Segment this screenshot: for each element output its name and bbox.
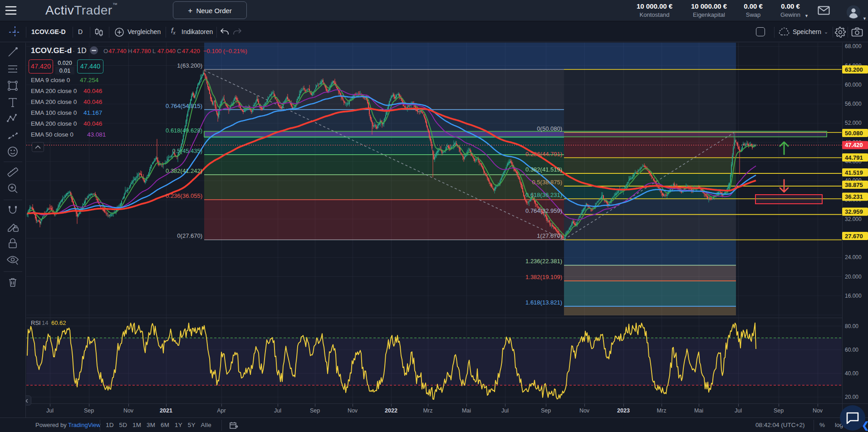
svg-text:Nov: Nov (579, 407, 590, 414)
svg-text:0.618(36.231): 0.618(36.231) (525, 191, 562, 198)
svg-text:1D: 1D (77, 47, 86, 54)
svg-text:EMA 200 close 0: EMA 200 close 0 (31, 120, 77, 127)
svg-text:0.764(54.815): 0.764(54.815) (166, 103, 202, 109)
svg-text:0.382(41.242): 0.382(41.242) (166, 167, 202, 174)
svg-text:0.236(36.055): 0.236(36.055) (166, 192, 202, 199)
svg-text:Jul: Jul (274, 407, 281, 414)
svg-text:RSI: RSI (31, 319, 41, 326)
svg-text:24.000: 24.000 (845, 254, 862, 260)
svg-text:0.618(49.628): 0.618(49.628) (166, 127, 202, 134)
svg-text:40.00: 40.00 (845, 370, 858, 377)
svg-text:Sep: Sep (774, 407, 784, 414)
svg-text:38.875: 38.875 (845, 182, 863, 188)
svg-text:52.000: 52.000 (845, 120, 862, 126)
svg-text:1(63.200): 1(63.200) (177, 62, 202, 69)
svg-text:80.00: 80.00 (845, 323, 858, 329)
svg-text:EMA 100 close 0: EMA 100 close 0 (31, 109, 77, 116)
svg-text:2023: 2023 (617, 407, 630, 414)
svg-text:0.01: 0.01 (59, 68, 70, 74)
svg-text:43.081: 43.081 (87, 131, 106, 138)
svg-text:47.440: 47.440 (80, 63, 100, 70)
svg-text:−0.100 (−0.21%): −0.100 (−0.21%) (203, 48, 247, 54)
svg-text:Nov: Nov (123, 407, 134, 414)
svg-text:47.420: 47.420 (31, 63, 51, 70)
svg-text:60.000: 60.000 (845, 82, 862, 88)
svg-text:40.046: 40.046 (83, 88, 102, 94)
svg-text:2022: 2022 (385, 407, 397, 414)
svg-text:Nov: Nov (813, 407, 823, 414)
svg-text:0.236(44.791): 0.236(44.791) (525, 151, 562, 157)
svg-text:47.420: 47.420 (182, 48, 200, 54)
svg-text:Jul: Jul (501, 407, 509, 414)
svg-text:·: · (73, 47, 75, 54)
svg-text:40.046: 40.046 (83, 98, 102, 105)
svg-text:20.00: 20.00 (845, 394, 858, 400)
svg-text:Sep: Sep (84, 407, 94, 414)
svg-text:32.959: 32.959 (845, 208, 863, 215)
svg-text:0.5(38.875): 0.5(38.875) (532, 179, 563, 186)
svg-text:47.040: 47.040 (157, 48, 176, 54)
svg-text:Sep: Sep (541, 407, 551, 414)
svg-text:0.764(32.959): 0.764(32.959) (525, 207, 562, 214)
svg-text:Jul: Jul (46, 407, 54, 414)
svg-text:60.62: 60.62 (51, 319, 66, 326)
svg-text:68.000: 68.000 (845, 43, 862, 49)
svg-text:50.080: 50.080 (845, 130, 863, 137)
svg-text:40.046: 40.046 (83, 120, 102, 127)
svg-text:O: O (103, 48, 108, 54)
svg-text:14: 14 (42, 319, 48, 326)
svg-text:Jul: Jul (735, 407, 742, 414)
svg-text:EMA 200 close 0: EMA 200 close 0 (31, 98, 77, 105)
svg-text:60.00: 60.00 (845, 347, 858, 353)
svg-text:Nov: Nov (348, 407, 358, 414)
svg-text:Apr: Apr (217, 407, 226, 414)
svg-text:Mai: Mai (462, 407, 471, 414)
svg-text:47.780: 47.780 (133, 48, 151, 54)
svg-text:H: H (128, 48, 132, 54)
svg-text:1.236(22.381): 1.236(22.381) (525, 258, 562, 265)
svg-text:0(50.080): 0(50.080) (537, 125, 562, 132)
svg-text:20.000: 20.000 (845, 274, 862, 280)
svg-text:EMA 200 close 0: EMA 200 close 0 (31, 88, 77, 94)
svg-text:63.200: 63.200 (845, 66, 863, 73)
svg-text:1.618(13.821): 1.618(13.821) (525, 299, 562, 306)
svg-text:EMA 9 close 0: EMA 9 close 0 (31, 77, 70, 83)
svg-text:1COV.GE-d: 1COV.GE-d (31, 46, 72, 55)
svg-text:56.000: 56.000 (845, 101, 862, 107)
svg-text:Sep: Sep (310, 407, 320, 414)
svg-text:Mrz: Mrz (423, 407, 433, 414)
svg-text:C: C (177, 48, 181, 54)
svg-text:0.020: 0.020 (58, 60, 72, 66)
svg-text:44.791: 44.791 (845, 154, 863, 161)
svg-text:Mai: Mai (694, 407, 703, 414)
svg-text:32.000: 32.000 (845, 216, 862, 222)
svg-text:47.254: 47.254 (80, 77, 99, 83)
svg-text:41.167: 41.167 (83, 109, 102, 116)
svg-text:1(27.670): 1(27.670) (537, 232, 562, 239)
svg-text:47.740: 47.740 (108, 48, 127, 54)
svg-text:27.670: 27.670 (845, 233, 863, 240)
svg-text:41.519: 41.519 (845, 169, 863, 176)
svg-text:47.420: 47.420 (845, 142, 863, 148)
svg-text:36.231: 36.231 (845, 193, 863, 200)
svg-text:L: L (152, 48, 156, 54)
svg-text:0(27.670): 0(27.670) (177, 232, 202, 239)
svg-text:EMA 50 close 0: EMA 50 close 0 (31, 131, 74, 138)
svg-text:0.5(45.435): 0.5(45.435) (172, 147, 203, 154)
svg-text:0.382(41.519): 0.382(41.519) (525, 166, 562, 173)
svg-text:Mrz: Mrz (657, 407, 667, 414)
svg-text:16.000: 16.000 (845, 293, 862, 299)
svg-text:2021: 2021 (160, 407, 172, 414)
svg-text:1.382(19.109): 1.382(19.109) (525, 274, 562, 280)
